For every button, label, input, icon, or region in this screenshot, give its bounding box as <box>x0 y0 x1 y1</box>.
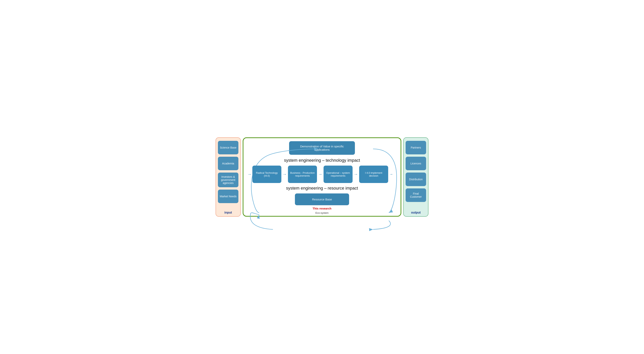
process-box-radical: Radical Technology (I4.0) <box>252 166 281 183</box>
input-box-academia: Academia <box>218 157 238 170</box>
output-box-final-customer: Final Customer <box>406 188 426 202</box>
process-row: Radical Technology (I4.0) → Business - P… <box>252 166 388 183</box>
arrow-1: → <box>282 172 287 177</box>
input-box-investors: Investors & government agencies <box>218 172 238 187</box>
input-label: input <box>218 209 238 214</box>
output-label: output <box>406 209 426 214</box>
top-box-row: Demonstration of Value in specific appli… <box>247 141 397 155</box>
diagram-wrapper: Science Base Academia Investors & govern… <box>216 137 428 217</box>
arrow-2: → <box>318 172 323 177</box>
this-research-label: This research <box>247 207 397 210</box>
output-process-arrow: → <box>389 172 393 177</box>
input-process-arrow: → <box>247 172 252 177</box>
bottom-box-row: Resource Base <box>247 194 397 205</box>
process-box-i40: I 4.0 implement decision <box>359 166 388 183</box>
output-box-distribution: Distribution <box>406 172 426 186</box>
output-box-partners: Partners <box>406 141 426 154</box>
process-box-operational: Operational – system requirements <box>324 166 352 183</box>
ecosystem-area: Demonstration of Value in specific appli… <box>243 137 401 217</box>
input-box-science-base: Science Base <box>218 141 238 154</box>
demo-value-box: Demonstration of Value in specific appli… <box>289 141 355 155</box>
outer-layout: Science Base Academia Investors & govern… <box>216 137 428 217</box>
ecosystem-label: Eco-system <box>316 212 328 214</box>
process-box-business: Business - Production requirements <box>288 166 317 183</box>
output-column: Partners Licences Distribution Final Cus… <box>403 137 428 217</box>
resource-base-box: Resource Base <box>295 194 349 205</box>
input-column: Science Base Academia Investors & govern… <box>216 137 241 217</box>
sys-eng-technology-label: system engineering – technology impact <box>247 158 397 163</box>
sys-eng-resource-label: system engineering – resource impact <box>247 186 397 191</box>
arrow-3: → <box>353 172 358 177</box>
input-box-market-needs: Market Needs <box>218 190 238 203</box>
output-box-licences: Licences <box>406 157 426 170</box>
